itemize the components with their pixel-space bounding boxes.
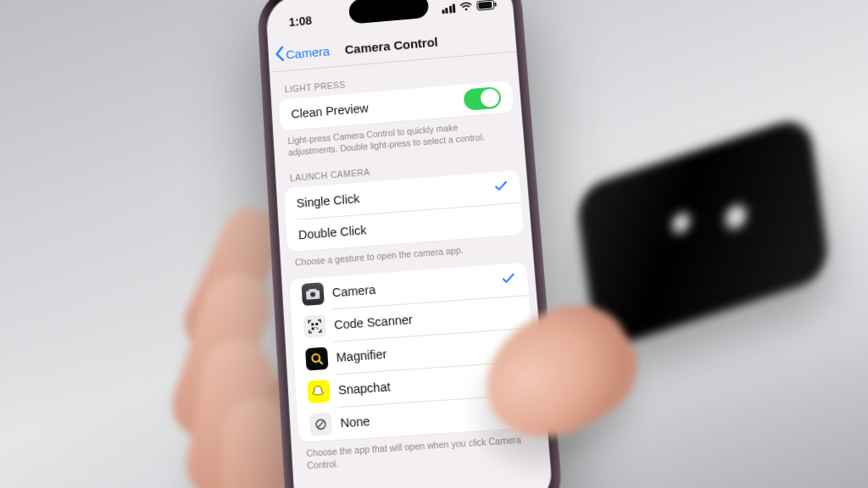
svg-rect-2 xyxy=(494,3,496,7)
row-label: Snapchat xyxy=(338,380,392,396)
svg-rect-6 xyxy=(311,327,314,330)
status-time: 1:08 xyxy=(288,14,312,29)
scene-photo: 1:08 xyxy=(0,0,868,488)
hand-finger xyxy=(181,334,278,488)
back-button[interactable]: Camera xyxy=(274,42,330,64)
status-right xyxy=(441,0,497,14)
camera-icon xyxy=(301,282,324,306)
group-launch-app: Camera Code Scanner xyxy=(289,262,539,441)
wifi-icon xyxy=(459,2,473,13)
background-phone xyxy=(575,114,832,352)
battery-icon xyxy=(476,0,498,11)
page-title: Camera Control xyxy=(344,35,438,57)
row-app-magnifier[interactable]: Magnifier xyxy=(293,327,534,376)
svg-rect-1 xyxy=(478,2,492,9)
row-app-code-scanner[interactable]: Code Scanner xyxy=(292,295,531,344)
row-app-snapchat[interactable]: Snapchat xyxy=(295,360,537,409)
svg-rect-4 xyxy=(311,323,314,325)
row-label: Double Click xyxy=(298,224,367,242)
svg-rect-5 xyxy=(315,322,318,324)
qr-icon xyxy=(303,314,326,338)
svg-rect-8 xyxy=(317,328,318,329)
none-icon xyxy=(309,412,333,435)
row-label: Single Click xyxy=(296,192,359,210)
cellular-icon xyxy=(441,3,455,14)
svg-line-12 xyxy=(317,420,324,427)
phone: 1:08 xyxy=(270,0,541,488)
magnifier-icon xyxy=(305,347,328,370)
phone-screen: 1:08 xyxy=(264,0,554,488)
row-label: Magnifier xyxy=(336,347,387,363)
hand-finger xyxy=(164,265,279,446)
row-label: Clean Preview xyxy=(291,102,369,121)
row-label: None xyxy=(340,413,370,430)
svg-point-11 xyxy=(316,419,326,429)
row-label: Camera xyxy=(331,282,376,299)
svg-rect-7 xyxy=(315,327,316,328)
phone-body: 1:08 xyxy=(256,0,565,488)
svg-line-10 xyxy=(319,360,322,363)
chevron-left-icon xyxy=(274,46,285,64)
toggle-clean-preview[interactable] xyxy=(463,86,502,111)
settings-content[interactable]: LIGHT PRESS Clean Preview Light-press Ca… xyxy=(269,52,554,488)
row-label: Code Scanner xyxy=(334,313,414,332)
snapchat-icon xyxy=(307,379,331,402)
svg-point-9 xyxy=(312,353,320,362)
checkmark-icon xyxy=(501,270,516,288)
checkmark-icon xyxy=(494,179,509,197)
back-label: Camera xyxy=(286,43,331,61)
